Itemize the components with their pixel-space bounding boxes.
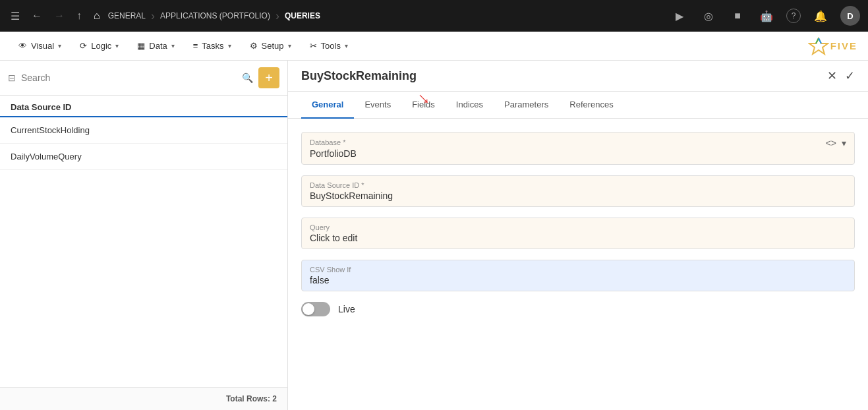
query-label: Query	[310, 223, 846, 231]
query-field[interactable]: Query Click to edit	[301, 218, 855, 249]
setup-chevron: ▾	[288, 42, 291, 49]
tasks-icon: ≡	[193, 41, 198, 51]
tab-parameters[interactable]: Parameters	[494, 92, 559, 119]
back-icon[interactable]: ←	[29, 7, 45, 24]
nav-data[interactable]: ▦ Data ▾	[129, 37, 182, 55]
nav-tools-label: Tools	[321, 41, 341, 51]
live-toggle-row: Live	[301, 302, 855, 316]
live-label: Live	[338, 304, 355, 314]
up-icon[interactable]: ↑	[74, 7, 84, 24]
total-rows-label: Total Rows: 2	[226, 394, 277, 403]
csv-field[interactable]: CSV Show If false	[301, 260, 855, 291]
nav-setup-label: Setup	[262, 41, 284, 51]
visual-chevron: ▾	[58, 42, 61, 49]
sidebar-search-bar: ⊟ 🔍 +	[0, 61, 287, 96]
svg-line-1	[816, 38, 819, 44]
toggle-knob	[303, 303, 314, 315]
list-item-current-stock[interactable]: CurrentStockHolding	[0, 117, 287, 144]
breadcrumb-queries[interactable]: QUERIES	[285, 11, 320, 20]
help-icon[interactable]: ?	[786, 9, 801, 23]
datasource-label: Data Source ID *	[310, 181, 846, 189]
tab-general-label: General	[312, 100, 343, 109]
database-field-header: Database * <> ▾	[310, 138, 846, 148]
tab-references-label: References	[569, 100, 613, 109]
five-logo-icon	[808, 37, 829, 55]
stop-icon[interactable]: ■	[728, 7, 747, 25]
tasks-chevron: ▾	[228, 42, 231, 49]
breadcrumb-sep-1: ›	[151, 9, 155, 23]
add-button[interactable]: +	[258, 67, 279, 88]
panel-title: BuyStockRemaining	[301, 69, 827, 83]
tab-indices-label: Indices	[456, 100, 483, 109]
panel-actions: ✕ ✓	[827, 69, 855, 83]
menu-icon[interactable]: ☰	[8, 7, 22, 25]
tabs: General Events Fields Indices Parameters…	[288, 92, 868, 119]
search-circle-icon[interactable]: ◎	[699, 7, 718, 25]
save-button[interactable]: ✓	[845, 69, 855, 83]
five-logo: FIVE	[808, 37, 857, 55]
code-icon[interactable]: <>	[826, 138, 836, 148]
nav-tasks[interactable]: ≡ Tasks ▾	[185, 37, 239, 55]
tab-fields-label: Fields	[412, 100, 435, 109]
breadcrumb-home[interactable]: General	[108, 11, 146, 20]
bot-icon[interactable]: 🤖	[757, 7, 776, 25]
play-icon[interactable]: ▶	[670, 7, 689, 25]
csv-label: CSV Show If	[310, 266, 846, 274]
forward-icon[interactable]: →	[51, 7, 67, 24]
csv-field-group: CSV Show If false	[301, 260, 855, 291]
database-label: Database *	[310, 138, 345, 146]
tab-events[interactable]: Events	[354, 92, 401, 119]
list-item-label: DailyVolumeQuery	[11, 152, 82, 161]
panel-header: BuyStockRemaining ✕ ✓	[288, 61, 868, 92]
avatar[interactable]: D	[840, 6, 860, 26]
five-brand-text: FIVE	[830, 40, 857, 51]
top-nav-right: ▶ ◎ ■ 🤖 ? 🔔 D	[670, 6, 860, 26]
tab-fields[interactable]: Fields	[401, 92, 446, 119]
breadcrumb: ⌂ General › APPLICATIONS (PORTFOLIO) › Q…	[91, 7, 320, 24]
second-nav: 👁 Visual ▾ ⟳ Logic ▾ ▦ Data ▾ ≡ Tasks ▾ …	[0, 32, 868, 61]
list-item-label: CurrentStockHolding	[11, 125, 90, 135]
nav-visual[interactable]: 👁 Visual ▾	[11, 37, 69, 55]
nav-tools[interactable]: ✂ Tools ▾	[302, 37, 356, 55]
data-chevron: ▾	[171, 42, 175, 49]
breadcrumb-sep-2: ›	[275, 9, 279, 23]
main-content: ⊟ 🔍 + Data Source ID CurrentStockHolding…	[0, 61, 868, 410]
logic-chevron: ▾	[115, 42, 119, 49]
list-item-daily-volume[interactable]: DailyVolumeQuery	[0, 144, 287, 170]
nav-visual-label: Visual	[31, 41, 54, 51]
search-icon: 🔍	[242, 73, 253, 83]
svg-marker-0	[809, 38, 828, 54]
home-icon[interactable]: ⌂	[91, 7, 103, 24]
search-input[interactable]	[21, 73, 237, 83]
database-field-icons: <> ▾	[826, 138, 846, 148]
nav-setup[interactable]: ⚙ Setup ▾	[242, 37, 299, 55]
sidebar: ⊟ 🔍 + Data Source ID CurrentStockHolding…	[0, 61, 288, 410]
data-icon: ▦	[137, 41, 145, 51]
dropdown-icon[interactable]: ▾	[842, 138, 846, 148]
live-toggle[interactable]	[301, 302, 330, 316]
nav-data-label: Data	[149, 41, 167, 51]
tools-chevron: ▾	[345, 42, 348, 49]
filter-icon: ⊟	[8, 73, 16, 83]
right-panel: BuyStockRemaining ✕ ✓ General Events Fie…	[288, 61, 868, 410]
database-value: PortfolioDB	[310, 148, 846, 159]
logic-icon: ⟳	[80, 41, 87, 51]
setup-icon: ⚙	[250, 41, 258, 51]
nav-logic[interactable]: ⟳ Logic ▾	[72, 37, 127, 55]
tab-indices[interactable]: Indices	[446, 92, 494, 119]
datasource-value: BuyStockRemaining	[310, 190, 846, 201]
database-field[interactable]: Database * <> ▾ PortfolioDB	[301, 132, 855, 165]
database-field-group: Database * <> ▾ PortfolioDB	[301, 132, 855, 165]
close-button[interactable]: ✕	[827, 69, 837, 83]
notification-icon[interactable]: 🔔	[811, 7, 830, 25]
datasource-field[interactable]: Data Source ID * BuyStockRemaining	[301, 175, 855, 207]
datasource-field-group: Data Source ID * BuyStockRemaining	[301, 175, 855, 207]
breadcrumb-apps[interactable]: APPLICATIONS (PORTFOLIO)	[160, 11, 270, 20]
tab-content: Database * <> ▾ PortfolioDB Data Source …	[288, 119, 868, 410]
column-header-label: Data Source ID	[11, 102, 71, 112]
tab-general[interactable]: General	[301, 92, 354, 119]
sidebar-column-header: Data Source ID	[0, 96, 287, 117]
tab-events-label: Events	[364, 100, 391, 109]
tab-parameters-label: Parameters	[504, 100, 548, 109]
tab-references[interactable]: References	[559, 92, 623, 119]
